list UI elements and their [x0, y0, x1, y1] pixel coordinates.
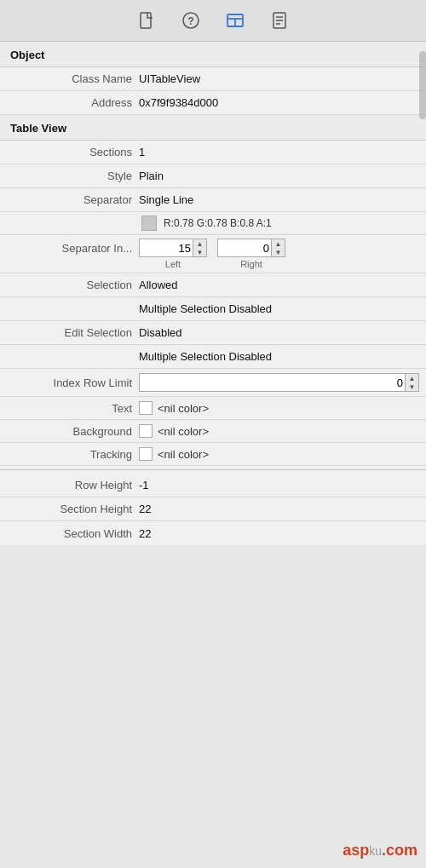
separator-inset-row: Separator In... ▲ ▼ Left ▲ ▼ — [0, 235, 426, 273]
style-row: Style Plain — [0, 164, 426, 188]
class-name-label: Class Name — [7, 72, 139, 85]
sections-label: Sections — [7, 146, 139, 158]
separator-value: Single Line — [139, 193, 419, 206]
section-height-row: Section Height 22 — [0, 497, 426, 521]
help-icon[interactable]: ? — [179, 9, 203, 32]
background-color-label: Background — [7, 425, 139, 438]
sep-inset-right-group: ▲ ▼ Right — [217, 239, 285, 269]
class-name-row: Class Name UITableView — [0, 67, 426, 91]
index-input-wrap: ▲ ▼ — [139, 373, 419, 392]
row-height-row: Row Height -1 — [0, 474, 426, 497]
file-icon[interactable] — [135, 9, 158, 32]
index-row-limit-input[interactable] — [139, 373, 406, 392]
address-label: Address — [7, 96, 139, 109]
tracking-color-row: Tracking <nil color> — [0, 443, 426, 466]
sep-inset-right-caption: Right — [240, 259, 262, 269]
separator-label: Separator — [7, 193, 139, 206]
section-width-label: Section Width — [7, 527, 139, 540]
sep-inset-right-down[interactable]: ▼ — [272, 248, 285, 256]
edit-selection-label: Edit Selection — [7, 326, 139, 339]
separator-inset-label: Separator In... — [7, 239, 139, 255]
style-value: Plain — [139, 170, 419, 182]
sep-inset-left-arrows: ▲ ▼ — [193, 239, 207, 257]
class-name-value: UITableView — [139, 72, 419, 85]
address-value: 0x7f9f9384d000 — [139, 96, 419, 109]
separator-inset-fields: ▲ ▼ Left ▲ ▼ Right — [139, 239, 419, 269]
edit-selection-value: Disabled — [139, 326, 419, 339]
background-color-value: <nil color> — [158, 425, 209, 438]
address-row: Address 0x7f9f9384d000 — [0, 91, 426, 115]
text-color-value: <nil color> — [158, 402, 209, 415]
selection-value: Allowed — [139, 279, 419, 291]
tracking-color-value: <nil color> — [158, 448, 209, 461]
sep-inset-left-input-row: ▲ ▼ — [139, 239, 207, 257]
tableview-section-header: Table View — [0, 115, 426, 141]
watermark: aspku.com — [343, 842, 417, 859]
sections-row: Sections 1 — [0, 141, 426, 164]
main-panel: Object Class Name UITableView Address 0x… — [0, 42, 426, 545]
sep-inset-right-input-row: ▲ ▼ — [217, 239, 285, 257]
sep-inset-left-down[interactable]: ▼ — [193, 248, 206, 256]
sep-inset-left-group: ▲ ▼ Left — [139, 239, 207, 269]
text-color-swatch[interactable] — [139, 401, 153, 415]
selection-multiple-row: Multiple Selection Disabled — [0, 297, 426, 321]
row-height-value: -1 — [139, 479, 419, 491]
section-height-label: Section Height — [7, 503, 139, 515]
sections-value: 1 — [139, 146, 419, 158]
background-color-swatch[interactable] — [139, 424, 153, 438]
separator-color-row: R:0.78 G:0.78 B:0.8 A:1 — [0, 212, 426, 235]
index-row-limit-arrows: ▲ ▼ — [406, 373, 419, 392]
text-color-label: Text — [7, 402, 139, 415]
edit-selection-multiple-row: Multiple Selection Disabled — [0, 345, 426, 369]
row-height-label: Row Height — [7, 479, 139, 491]
section-height-value: 22 — [139, 503, 419, 515]
section-width-row: Section Width 22 — [0, 521, 426, 545]
sep-inset-right-up[interactable]: ▲ — [272, 239, 285, 248]
svg-text:?: ? — [187, 15, 193, 27]
separator-color-label: R:0.78 G:0.78 B:0.8 A:1 — [164, 217, 272, 229]
edit-selection-row: Edit Selection Disabled — [0, 321, 426, 345]
index-row-limit-row: Index Row Limit ▲ ▼ — [0, 369, 426, 397]
sep-inset-left-up[interactable]: ▲ — [193, 239, 206, 248]
sep-inset-left-input[interactable] — [139, 239, 193, 257]
index-row-limit-label: Index Row Limit — [7, 377, 139, 389]
index-row-limit-up[interactable]: ▲ — [406, 374, 418, 382]
sep-inset-right-input[interactable] — [217, 239, 272, 257]
selection-label: Selection — [7, 279, 139, 291]
section-width-value: 22 — [139, 527, 419, 540]
style-label: Style — [7, 170, 139, 182]
tracking-color-swatch[interactable] — [139, 447, 153, 461]
sep-inset-left-caption: Left — [165, 259, 181, 269]
toolbar: ? — [0, 0, 426, 42]
tracking-color-label: Tracking — [7, 448, 139, 461]
index-row-limit-down[interactable]: ▼ — [406, 382, 418, 391]
background-color-row: Background <nil color> — [0, 420, 426, 443]
layout-icon[interactable] — [223, 9, 247, 32]
selection-multiple-value: Multiple Selection Disabled — [139, 302, 419, 315]
svg-rect-0 — [141, 13, 151, 28]
sep-inset-right-arrows: ▲ ▼ — [272, 239, 285, 257]
text-color-row: Text <nil color> — [0, 397, 426, 420]
inspector-icon[interactable] — [268, 9, 291, 32]
object-section-header: Object — [0, 42, 426, 67]
edit-selection-multiple-value: Multiple Selection Disabled — [139, 350, 419, 363]
separator-row: Separator Single Line — [0, 188, 426, 212]
selection-row: Selection Allowed — [0, 273, 426, 297]
separator-color-swatch[interactable] — [141, 216, 157, 231]
divider-1 — [0, 469, 426, 470]
scrollbar[interactable] — [419, 51, 426, 119]
